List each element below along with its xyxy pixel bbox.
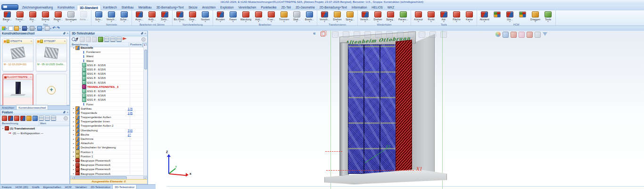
ribbon-button[interactable]: Versch... ▾: [318, 11, 331, 23]
tree-row[interactable]: ▸ Treppengeländer Außen 2: [70, 124, 144, 128]
ribbon-button[interactable]: Schw... ▾: [118, 11, 131, 23]
close-icon[interactable]: ×: [31, 40, 32, 43]
ribbon-button[interactable]: Wandung ▾: [239, 11, 252, 23]
collapse-panel-control[interactable]: «: [313, 31, 316, 36]
view-tool-icon[interactable]: [364, 31, 371, 38]
edit-cube-icon[interactable]: [535, 32, 541, 38]
tree-expander[interactable]: ▸: [72, 125, 75, 127]
view-tool-icon[interactable]: [386, 31, 393, 38]
tree-expander[interactable]: ▸: [1, 127, 5, 129]
ribbon-button[interactable]: Sonstiges ▾: [65, 11, 77, 23]
ribbon-button[interactable]: Add... ▾: [252, 11, 265, 23]
gear-icon[interactable]: [64, 116, 68, 120]
close-icon[interactable]: ×: [64, 40, 66, 43]
tree-row[interactable]: I Forex: [70, 102, 144, 106]
feature-recalc-icon[interactable]: [14, 116, 19, 121]
tab-punktwolke[interactable]: Punktwolke: [258, 5, 279, 10]
wireframe-cube-icon[interactable]: [321, 32, 325, 36]
bottom-tab-hcm[interactable]: HCM: [63, 185, 74, 189]
ribbon-button[interactable]: Bo./Gew... ▾: [173, 11, 186, 23]
view-tool-icon[interactable]: [429, 31, 436, 38]
tab-2d-teil[interactable]: 2D-Teil: [279, 5, 293, 10]
chevron-down-icon[interactable]: ▾: [27, 27, 28, 30]
ribbon-button[interactable]: Draggen ▾: [529, 11, 542, 23]
tree-row[interactable]: ▸ Bleche 27: [70, 133, 144, 137]
tree-row[interactable]: TRANSLATIONSTEIL_3: [70, 85, 144, 89]
shaded-view-icon[interactable]: [495, 32, 501, 37]
bottom-tab-grafik[interactable]: Grafik: [30, 185, 41, 189]
view-tool-icon[interactable]: [343, 31, 349, 38]
tree-row[interactable]: ▸ Ablaufrohr: [70, 141, 144, 146]
tab-konstruktion[interactable]: Konstruktion: [55, 5, 77, 10]
chevron-down-icon[interactable]: ▾: [19, 27, 20, 30]
ribbon-button[interactable]: Defo... ▾: [158, 11, 171, 23]
tree-item-position-link[interactable]: 146: [128, 112, 144, 114]
section-cube-icon[interactable]: [527, 32, 533, 38]
feature-list2-icon[interactable]: [45, 116, 50, 121]
tab-kantblech[interactable]: Kantblech: [101, 5, 119, 10]
ribbon-button[interactable]: Param... ▾: [397, 11, 410, 23]
view-tool-icon[interactable]: [408, 31, 414, 38]
bottom-tab-feature[interactable]: Feature: [0, 185, 14, 189]
wireframe-cube-icon[interactable]: [511, 32, 517, 38]
tree-expander[interactable]: ▸: [72, 159, 75, 162]
glass-cube-view-icon[interactable]: [503, 32, 509, 38]
tree-row[interactable]: ▸ Überdachung 330: [70, 129, 144, 133]
drawing-thumbnail[interactable]: [36, 44, 66, 62]
copy-icon[interactable]: [86, 37, 91, 42]
ribbon-button[interactable]: A.kreuz ▾: [412, 11, 425, 23]
chevron-down-icon[interactable]: ▾: [6, 27, 7, 30]
ribbon-button[interactable]: Abstand ▾: [478, 11, 491, 23]
ribbon-button[interactable]: Nocken ▾: [199, 11, 212, 23]
tab-stahlbau[interactable]: Stahlbau: [119, 5, 136, 10]
tree-row[interactable]: ▸ Baugruppe Pfostenstoß: [70, 163, 144, 167]
tree-expander[interactable]: ▸: [72, 112, 75, 114]
chevron-down-icon[interactable]: ▾: [42, 27, 43, 30]
column-divider[interactable]: [130, 46, 130, 176]
tree-row[interactable]: ESG 8 : 6/16/6: [70, 98, 144, 102]
tree-expander[interactable]: ▸: [72, 146, 75, 149]
tree-row[interactable]: ESG 8 : 6/16/6: [70, 94, 144, 98]
drawing-thumbnail[interactable]: [3, 80, 33, 98]
chevron-down-icon[interactable]: ▾: [35, 27, 36, 30]
tree-row[interactable]: I Fundament: [70, 50, 144, 54]
tree-expander[interactable]: ▸: [72, 129, 75, 131]
pin-icon[interactable]: [63, 32, 66, 35]
tree-row[interactable]: ESG 8 : 6/15/6: [70, 81, 144, 85]
tree-row[interactable]: ▸ Stahlbau 126: [70, 107, 144, 111]
tree-row[interactable]: ▸ Dachrinne: [70, 137, 144, 141]
tree-row[interactable]: ▸ Treppenläufe 146: [70, 111, 144, 115]
tab-explosion[interactable]: Explosion: [218, 5, 236, 10]
ribbon-button[interactable]: Runden ▾: [214, 11, 227, 23]
ribbon-button[interactable]: ▾: [516, 11, 529, 23]
ribbon-button[interactable]: Fläche ▾: [450, 11, 463, 23]
tree-row[interactable]: ▸ Treppengeländer Innen: [70, 120, 144, 124]
feature-row[interactable]: ▸ (1) Translationsteil: [0, 126, 69, 131]
ribbon-button[interactable]: Attr. ▾: [438, 11, 450, 23]
tree-item-position-link[interactable]: 27: [128, 133, 144, 136]
quick-access-button[interactable]: ▾: [29, 26, 37, 31]
chevron-down-icon[interactable]: ▾: [50, 27, 51, 30]
ribbon-button[interactable]: Fasen ▾: [227, 11, 239, 23]
tree-expander[interactable]: ▸: [72, 168, 75, 171]
bottom-tab-variablen[interactable]: Variablen: [73, 185, 89, 189]
collapse-all-icon[interactable]: [104, 37, 109, 42]
scrollbar-thumb[interactable]: [144, 50, 147, 69]
ribbon-button[interactable]: Transl... ▾: [14, 11, 26, 23]
ribbon-button[interactable]: F.ver... ▾: [265, 11, 278, 23]
view-tool-icon[interactable]: [440, 31, 447, 38]
feature-edit-icon[interactable]: [8, 116, 13, 121]
quick-access-button[interactable]: ▾: [14, 26, 21, 31]
tree-row[interactable]: ESG 8 : 6/15/6: [70, 72, 144, 76]
pin-icon[interactable]: [63, 111, 66, 114]
view-tool-icon[interactable]: [419, 31, 425, 38]
link-view-tool-icon[interactable]: [332, 31, 339, 38]
tab-2d-bemassung-text[interactable]: 2D-Bemaßung+Text: [317, 5, 349, 10]
feature-param-icon[interactable]: [33, 116, 38, 121]
quick-access-button[interactable]: ▾: [44, 26, 52, 31]
tree-expander[interactable]: ▸: [72, 116, 75, 119]
tree-row[interactable]: ▾ Baustelle: [70, 46, 144, 50]
highlight-filter-icon[interactable]: [123, 37, 127, 42]
add-drawing-card[interactable]: +: [36, 74, 67, 107]
column-wert[interactable]: Wert: [39, 121, 69, 126]
